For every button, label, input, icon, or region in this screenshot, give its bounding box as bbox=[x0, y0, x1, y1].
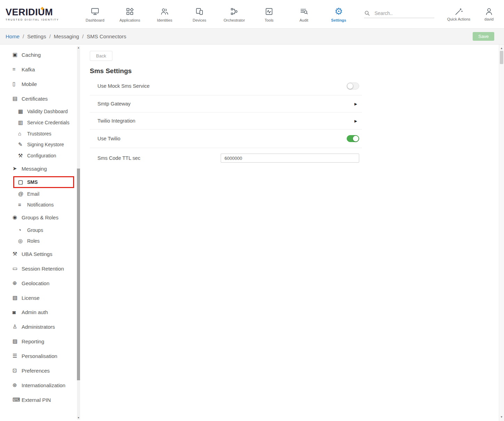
administrators-icon: ♙ bbox=[13, 323, 22, 330]
nav-label: Audit bbox=[286, 18, 321, 22]
sidebar-item-external-pin[interactable]: ⌨External PIN bbox=[0, 392, 81, 407]
sidebar-item-label: Mobile bbox=[22, 81, 37, 87]
sidebar-item-label: Configuration bbox=[27, 153, 56, 158]
sidebar-item-label: Personalisation bbox=[22, 353, 57, 359]
scroll-down-icon[interactable]: ▼ bbox=[499, 415, 504, 420]
sidebar-item-label: External PIN bbox=[22, 397, 51, 403]
sidebar-item-label: Preferences bbox=[22, 368, 50, 374]
notifications-icon: ≡ bbox=[18, 202, 27, 208]
toggle-knob bbox=[353, 135, 359, 142]
dashboard-icon bbox=[78, 6, 112, 17]
sidebar-item-label: Admin auth bbox=[22, 309, 48, 315]
nav-item-tools[interactable]: Tools bbox=[252, 6, 286, 22]
nav-item-devices[interactable]: Devices bbox=[182, 6, 217, 22]
expand-arrow-icon: ▶ bbox=[354, 102, 357, 106]
sidebar-item-messaging[interactable]: ➤Messaging bbox=[0, 161, 81, 176]
sidebar-item-certificates[interactable]: ▤Certificates bbox=[0, 91, 81, 106]
veridium-logo[interactable]: VERIDIUM TRUSTED DIGITAL IDENTITY bbox=[0, 7, 71, 21]
sidebar-item-sms[interactable]: ▢SMS bbox=[13, 176, 74, 188]
scroll-up-icon[interactable]: ▲ bbox=[77, 46, 80, 49]
nav-label: Devices bbox=[182, 18, 217, 22]
app-header: VERIDIUM TRUSTED DIGITAL IDENTITY Dashbo… bbox=[0, 0, 504, 29]
magic-wand-icon bbox=[441, 7, 477, 16]
quick-actions-button[interactable]: Quick Actions bbox=[441, 7, 477, 21]
page-scrollbar[interactable]: ▲ ▼ bbox=[499, 45, 504, 421]
breadcrumb-sms-connectors: SMS Connectors bbox=[87, 33, 126, 39]
sidebar-item-notifications[interactable]: ≡Notifications bbox=[0, 199, 81, 210]
logo-wordmark: VERIDIUM bbox=[6, 7, 53, 18]
scroll-down-icon[interactable]: ▼ bbox=[77, 416, 80, 420]
sidebar-item-kafka[interactable]: ⌗Kafka bbox=[0, 62, 81, 77]
nav-item-settings[interactable]: ⚙ Settings bbox=[321, 6, 356, 22]
sidebar-item-geolocation[interactable]: ⊕Geolocation bbox=[0, 276, 81, 290]
nav-label: Orchestrator bbox=[217, 18, 252, 22]
admin-auth-icon: ◙ bbox=[13, 309, 22, 315]
global-search bbox=[364, 10, 434, 18]
setting-row-use-twilio: Use Twilio bbox=[90, 130, 362, 148]
validity-dashboard-icon: ▦ bbox=[18, 108, 27, 115]
devices-icon bbox=[182, 6, 217, 17]
sidebar-item-validity-dashboard[interactable]: ▦Validity Dashboard bbox=[0, 106, 81, 117]
page-scrollbar-thumb[interactable] bbox=[500, 51, 503, 64]
sidebar-item-label: Geolocation bbox=[22, 280, 49, 286]
nav-item-identities[interactable]: Identities bbox=[147, 6, 182, 22]
sidebar-scrollbar-thumb[interactable] bbox=[77, 169, 80, 380]
breadcrumb-settings[interactable]: Settings bbox=[27, 33, 46, 39]
toggle-knob bbox=[347, 83, 353, 89]
sidebar-item-groups-roles[interactable]: ◉Groups & Roles bbox=[0, 210, 81, 225]
kafka-icon: ⌗ bbox=[13, 66, 22, 72]
sidebar-item-uba-settings[interactable]: ⚒UBA Settings bbox=[0, 247, 81, 261]
nav-item-orchestrator[interactable]: Orchestrator bbox=[217, 6, 252, 22]
use-mock-sms-toggle[interactable] bbox=[347, 83, 359, 89]
setting-label: Smtp Gateway bbox=[97, 101, 131, 107]
sidebar-item-configuration[interactable]: ⚒Configuration bbox=[0, 150, 81, 161]
personalisation-icon: ☰ bbox=[13, 353, 22, 359]
scroll-up-icon[interactable]: ▲ bbox=[499, 46, 504, 51]
roles-icon: ◎ bbox=[18, 238, 27, 244]
nav-item-applications[interactable]: Applications bbox=[112, 6, 147, 22]
sidebar-item-groups[interactable]: ◔Groups bbox=[0, 225, 81, 235]
setting-row-smtp-gateway[interactable]: Smtp Gateway ▶ bbox=[90, 95, 362, 112]
save-button[interactable]: Save bbox=[473, 32, 494, 41]
reporting-icon: ▨ bbox=[13, 338, 22, 344]
back-button[interactable]: Back bbox=[90, 51, 112, 61]
sidebar-item-caching[interactable]: ▣Caching bbox=[0, 47, 81, 62]
sidebar-item-personalisation[interactable]: ☰Personalisation bbox=[0, 349, 81, 363]
setting-label: Use Twilio bbox=[97, 136, 120, 141]
sidebar-item-license[interactable]: ▧License bbox=[0, 290, 81, 305]
user-menu[interactable]: david bbox=[477, 7, 501, 21]
sidebar-item-service-credentials[interactable]: ▥Service Credentials bbox=[0, 117, 81, 128]
search-input[interactable] bbox=[375, 10, 430, 16]
sidebar-item-internationalization[interactable]: ⊛Internationalization bbox=[0, 378, 81, 392]
sidebar-item-administrators[interactable]: ♙Administrators bbox=[0, 319, 81, 334]
sidebar-item-signing-keystore[interactable]: ✎Signing Keystore bbox=[0, 139, 81, 150]
sidebar-scrollbar[interactable]: ▲ ▼ bbox=[77, 46, 80, 420]
sidebar-item-mobile[interactable]: ▯Mobile bbox=[0, 77, 81, 91]
sidebar-item-label: UBA Settings bbox=[22, 251, 52, 257]
settings-sidebar: ▣Caching ⌗Kafka ▯Mobile ▤Certificates ▦V… bbox=[0, 45, 81, 421]
setting-row-sms-code-ttl: Sms Code TTL sec bbox=[90, 148, 362, 168]
setting-label: Use Mock Sms Service bbox=[97, 83, 150, 89]
nav-item-audit[interactable]: Audit bbox=[286, 6, 321, 22]
use-twilio-toggle[interactable] bbox=[347, 135, 359, 142]
sidebar-item-label: Caching bbox=[22, 52, 41, 58]
sidebar-item-session-retention[interactable]: ▭Session Retention bbox=[0, 261, 81, 276]
settings-gear-icon: ⚙ bbox=[321, 6, 356, 17]
sidebar-item-preferences[interactable]: ⊡Preferences bbox=[0, 363, 81, 378]
sidebar-item-email[interactable]: @Email bbox=[0, 188, 81, 199]
user-icon bbox=[477, 7, 501, 16]
breadcrumb-bar: Home / Settings / Messaging / SMS Connec… bbox=[0, 29, 504, 45]
nav-item-dashboard[interactable]: Dashboard bbox=[78, 6, 112, 22]
nav-label: Settings bbox=[321, 18, 356, 22]
sidebar-item-label: SMS bbox=[27, 179, 38, 185]
sidebar-item-truststores[interactable]: ⌂Truststores bbox=[0, 128, 81, 139]
sms-code-ttl-input[interactable] bbox=[221, 154, 359, 163]
breadcrumb-messaging[interactable]: Messaging bbox=[54, 33, 79, 39]
breadcrumb-home[interactable]: Home bbox=[6, 33, 19, 39]
setting-row-twilio-integration[interactable]: Twilio Integration ▶ bbox=[90, 112, 362, 130]
sidebar-item-roles[interactable]: ◎Roles bbox=[0, 235, 81, 247]
internationalization-icon: ⊛ bbox=[13, 382, 22, 388]
sidebar-item-admin-auth[interactable]: ◙Admin auth bbox=[0, 305, 81, 319]
certificates-icon: ▤ bbox=[13, 95, 22, 102]
sidebar-item-reporting[interactable]: ▨Reporting bbox=[0, 334, 81, 349]
